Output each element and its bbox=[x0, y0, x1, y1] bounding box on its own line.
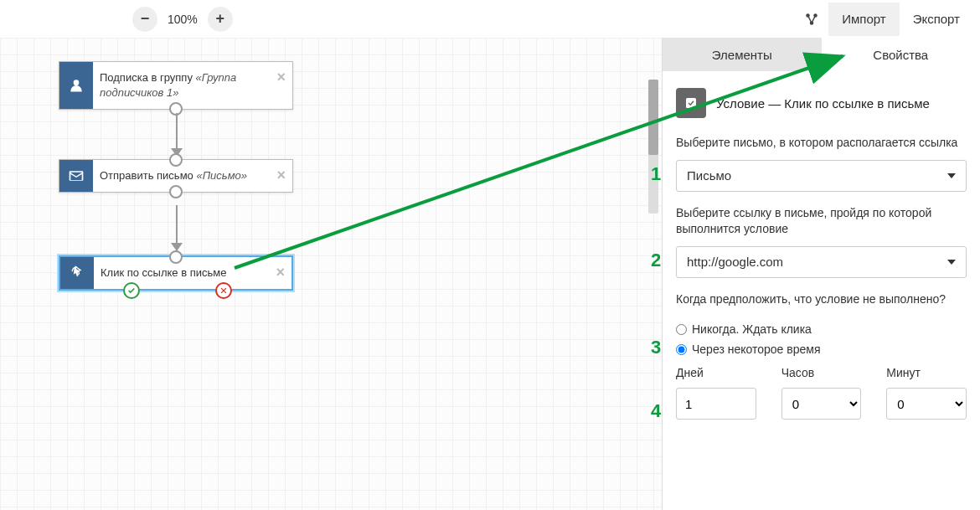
field-email: Выберите письмо, в котором располагается… bbox=[663, 135, 980, 205]
mins-select[interactable]: 0 bbox=[886, 388, 967, 420]
field-label: Когда предположить, что условие не выпол… bbox=[676, 291, 967, 308]
topbar: − 100% + Импорт Экспорт bbox=[0, 0, 980, 38]
node-body: Подписка в группу «Группа подписчиков 1»… bbox=[93, 62, 292, 109]
node-label-italic: «Письмо» bbox=[196, 169, 247, 182]
node-label-prefix: Отправить письмо bbox=[100, 169, 196, 182]
tab-properties[interactable]: Свойства bbox=[822, 38, 981, 71]
annotation-1: 1 bbox=[651, 163, 661, 185]
time-label: Часов bbox=[781, 366, 862, 379]
node-subscribe[interactable]: Подписка в группу «Группа подписчиков 1»… bbox=[59, 61, 293, 110]
fail-port[interactable] bbox=[215, 282, 232, 299]
time-days-col: Дней bbox=[676, 366, 756, 420]
chevron-down-icon bbox=[947, 260, 956, 265]
node-label-prefix: Подписка в группу bbox=[100, 71, 196, 84]
radio-never[interactable]: Никогда. Ждать клика bbox=[663, 322, 980, 336]
time-hours-col: Часов 0 bbox=[781, 366, 862, 420]
link-select[interactable]: http://google.com bbox=[676, 246, 967, 278]
annotation-4: 4 bbox=[651, 400, 661, 422]
chevron-down-icon bbox=[947, 173, 956, 178]
time-label: Дней bbox=[676, 366, 756, 379]
zoom-out-button[interactable]: − bbox=[132, 7, 157, 32]
export-button[interactable]: Экспорт bbox=[900, 3, 973, 36]
node-body: Отправить письмо «Письмо» × bbox=[93, 160, 292, 192]
hours-select[interactable]: 0 bbox=[781, 388, 862, 420]
field-link: Выберите ссылку в письме, пройдя по кото… bbox=[663, 205, 980, 291]
node-close-icon[interactable]: × bbox=[276, 67, 286, 88]
canvas[interactable]: Подписка в группу «Группа подписчиков 1»… bbox=[0, 38, 662, 510]
success-port[interactable] bbox=[123, 282, 140, 299]
radio-after-time[interactable]: Через некоторое время bbox=[663, 343, 980, 356]
field-label: Выберите письмо, в котором располагается… bbox=[676, 135, 967, 152]
click-icon bbox=[60, 257, 94, 289]
node-close-icon[interactable]: × bbox=[276, 262, 285, 283]
time-row: Дней Часов 0 Минут 0 bbox=[663, 366, 980, 420]
subscribe-icon bbox=[59, 62, 93, 109]
days-input[interactable] bbox=[676, 388, 756, 420]
field-label: Выберите ссылку в письме, пройдя по кото… bbox=[676, 205, 967, 238]
status-icons bbox=[123, 282, 232, 299]
section-header: Условие — Клик по ссылке в письме bbox=[663, 71, 980, 135]
automation-icon bbox=[804, 12, 819, 27]
node-label: Клик по ссылке в письме bbox=[101, 266, 226, 279]
sidebar-tabs: Элементы Свойства bbox=[663, 38, 980, 71]
scrollbar-vertical[interactable] bbox=[648, 80, 658, 214]
section-title: Условие — Клик по ссылке в письме bbox=[716, 96, 930, 111]
sidebar: Элементы Свойства Условие — Клик по ссыл… bbox=[662, 38, 980, 510]
zoom-level: 100% bbox=[159, 13, 206, 26]
automation-icon-button[interactable] bbox=[795, 3, 828, 36]
node-link-click[interactable]: Клик по ссылке в письме × bbox=[59, 255, 293, 291]
node-close-icon[interactable]: × bbox=[276, 165, 286, 186]
radio-label: Никогда. Ждать клика bbox=[692, 322, 812, 336]
email-select[interactable]: Письмо bbox=[676, 160, 967, 192]
svg-rect-3 bbox=[686, 98, 696, 108]
zoom-in-button[interactable]: + bbox=[208, 7, 233, 32]
email-icon bbox=[59, 160, 93, 192]
condition-icon bbox=[676, 88, 706, 118]
zoom-controls: − 100% + bbox=[132, 7, 233, 32]
scrollbar-thumb[interactable] bbox=[648, 80, 658, 155]
radio-never-input[interactable] bbox=[676, 324, 687, 335]
time-mins-col: Минут 0 bbox=[886, 366, 967, 420]
connector-out[interactable] bbox=[169, 185, 183, 198]
tab-elements[interactable]: Элементы bbox=[663, 38, 822, 71]
annotation-3: 3 bbox=[651, 337, 661, 358]
field-timeout: Когда предположить, что условие не выпол… bbox=[663, 291, 980, 323]
radio-label: Через некоторое время bbox=[692, 343, 820, 356]
time-label: Минут bbox=[886, 366, 967, 379]
topbar-actions: Импорт Экспорт bbox=[795, 3, 973, 36]
select-value: http://google.com bbox=[687, 255, 783, 269]
node-send-email[interactable]: Отправить письмо «Письмо» × bbox=[59, 159, 293, 193]
radio-after-time-input[interactable] bbox=[676, 344, 687, 355]
select-value: Письмо bbox=[687, 168, 731, 183]
annotation-2: 2 bbox=[651, 250, 661, 271]
import-button[interactable]: Импорт bbox=[828, 3, 899, 36]
